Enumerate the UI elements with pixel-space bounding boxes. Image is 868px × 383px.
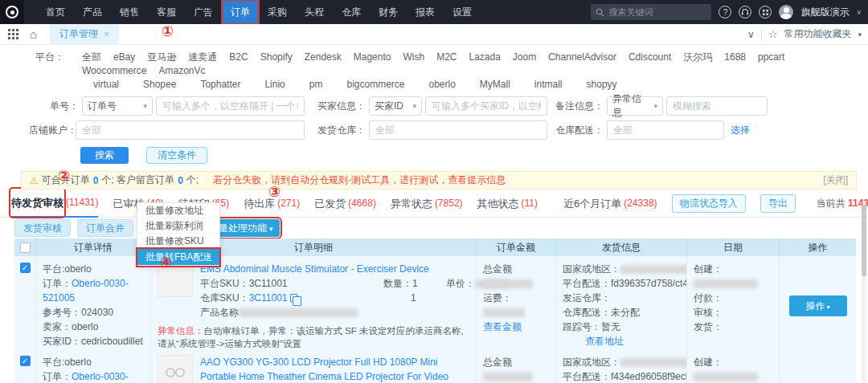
ship-audit-button[interactable]: 发货审核 [14, 219, 71, 237]
view-address-link[interactable]: 查看地址 [585, 334, 680, 348]
platform-option[interactable]: bigcommerce [346, 78, 404, 92]
platform-option[interactable]: intmall [534, 78, 563, 92]
vertical-scrollbar[interactable] [862, 204, 866, 383]
order-no-type-select[interactable]: 订单号▾ [82, 96, 153, 116]
status-tab-pending-audit[interactable]: 待发货审核(11431) [11, 189, 98, 218]
platform-option[interactable]: pm [309, 78, 323, 92]
user-avatar[interactable] [779, 5, 793, 19]
platform-option[interactable]: 1688 [724, 51, 746, 64]
menu-item-batch-edit-sku[interactable]: 批量修改SKU [137, 234, 219, 249]
product-title-link[interactable]: AAO YG300 YG-300 LCD Projector Full HD 1… [200, 355, 473, 383]
global-search[interactable] [591, 4, 711, 20]
nav-item-home[interactable]: 首页 [37, 0, 74, 24]
warehouse-sku-link[interactable]: 3C11001 [249, 292, 288, 304]
platform-option[interactable]: MyMall [480, 78, 510, 92]
row-checkbox[interactable]: ✓ [20, 356, 31, 366]
ship-warehouse-input[interactable] [369, 120, 547, 140]
apps-grid-icon[interactable] [8, 29, 18, 39]
nav-item-firstleg[interactable]: 头程 [296, 0, 333, 24]
remark-type-select[interactable]: 异常信息▾ [607, 96, 663, 116]
nav-item-products[interactable]: 产品 [74, 0, 111, 24]
logistics-import-button[interactable]: 物流状态导入 [672, 194, 746, 213]
nav-item-purchase[interactable]: 采购 [259, 0, 296, 24]
col-actions: 操作 [780, 238, 856, 256]
platform-option[interactable]: oberlo [429, 78, 456, 92]
platform-option[interactable]: Shopify [260, 51, 293, 64]
qrcode-icon[interactable] [759, 6, 772, 18]
platform-option[interactable]: 亚马逊 [147, 51, 176, 64]
platform-option[interactable]: Wish [403, 51, 424, 64]
favorites-star-icon[interactable]: ☆ [768, 28, 778, 40]
tab-close-icon[interactable]: × [104, 29, 109, 40]
platform-option[interactable]: Woocommerce [82, 64, 146, 78]
order-no-input[interactable] [156, 96, 305, 116]
buyer-input[interactable] [425, 96, 547, 116]
platform-option[interactable]: Linio [264, 78, 285, 92]
clear-conditions-button[interactable]: 清空条件 [146, 147, 207, 164]
nav-item-warehouse[interactable]: 仓库 [333, 0, 370, 24]
collapse-chevron-icon[interactable]: ∨ [747, 29, 755, 40]
row-action-button[interactable]: 操作▾ [789, 295, 847, 316]
platform-option[interactable]: 沃尔玛 [683, 51, 712, 64]
app-logo-icon[interactable] [0, 0, 24, 24]
favorites-caret-icon[interactable]: ▾ [858, 31, 862, 39]
status-tab-6months[interactable]: 近6个月订单(24338) [563, 189, 657, 218]
buyer-type-select[interactable]: 买家ID▾ [369, 96, 422, 116]
favorites-label[interactable]: 常用功能收藏夹 [784, 27, 851, 41]
nav-item-ads[interactable]: 广告 [185, 0, 222, 24]
scrollbar-thumb[interactable] [862, 204, 866, 276]
notice-close-link[interactable]: [关闭] [823, 173, 848, 187]
row-checkbox[interactable]: ✓ [20, 263, 31, 273]
status-tab-other[interactable]: 其他状态(11) [477, 189, 538, 218]
platform-option[interactable]: M2C [436, 51, 457, 64]
platform-option[interactable]: Cdiscount [628, 51, 671, 64]
nav-item-finance[interactable]: 财务 [370, 0, 407, 24]
tab-order-management[interactable]: 订单管理 × [50, 24, 119, 45]
platform-option[interactable]: B2C [229, 51, 248, 64]
nav-item-service[interactable]: 客服 [148, 0, 185, 24]
product-title-link[interactable]: EMS Abdominal Muscle Stimulator - Exerci… [200, 262, 473, 276]
select-all-checkbox[interactable] [20, 242, 31, 253]
global-search-input[interactable] [608, 7, 705, 17]
status-tab-shipped[interactable]: 已发货(4668) [314, 189, 376, 218]
platform-option[interactable]: ChannelAdvisor [548, 51, 616, 64]
shop-account-input[interactable] [76, 120, 305, 140]
choose-link[interactable]: 选择 [731, 124, 750, 137]
export-button[interactable]: 导出 [760, 194, 796, 213]
platform-option[interactable]: Shopee [143, 78, 176, 92]
platform-option[interactable]: shopyy [587, 78, 617, 92]
order-merge-button[interactable]: 订单合并 [77, 219, 133, 237]
platform-option[interactable]: Joom [513, 51, 536, 64]
platform-option[interactable]: Lazada [469, 51, 500, 64]
copy-icon[interactable] [290, 294, 297, 302]
platform-option[interactable]: Tophatter [200, 78, 240, 92]
split-warning-text[interactable]: 若分仓失败，请到自动分仓规则-测试工具，进行测试，查看提示信息 [213, 173, 506, 187]
platform-option[interactable]: Magento [354, 51, 391, 64]
user-menu-caret-icon[interactable]: ∨ [856, 8, 862, 16]
platform-option[interactable]: Zendesk [305, 51, 342, 64]
warehouse-delivery-input[interactable] [607, 120, 724, 140]
view-amount-link[interactable]: 查看金额 [483, 320, 549, 334]
home-icon[interactable]: ⌂ [30, 27, 37, 41]
nav-item-sales[interactable]: 销售 [111, 0, 148, 24]
nav-item-reports[interactable]: 报表 [407, 0, 444, 24]
platform-option[interactable]: 速卖通 [188, 51, 217, 64]
status-tab-abnormal[interactable]: 异常状态(7852) [391, 189, 463, 218]
search-button[interactable]: 搜索 [80, 147, 129, 164]
remark-input[interactable] [666, 96, 768, 116]
platform-option[interactable]: 全部 [82, 51, 101, 64]
order-details-cell: 平台:oberlo 订单：Oberlo-0030-520980 参考号：0240… [36, 349, 151, 383]
nav-item-orders[interactable]: 订单 [222, 0, 259, 24]
help-icon[interactable]: ? [719, 6, 731, 18]
menu-item-batch-edit-address[interactable]: 批量修改地址 [137, 203, 219, 218]
platform-option[interactable]: AmazonVc [158, 64, 205, 78]
platform-option[interactable]: eBay [113, 51, 135, 64]
headset-icon[interactable] [739, 6, 751, 18]
nav-item-settings[interactable]: 设置 [444, 0, 481, 24]
menu-item-batch-refresh-profit[interactable]: 批量刷新利润 [137, 218, 219, 234]
platform-option[interactable]: ppcart [758, 51, 784, 64]
date-cell: 创建： 付款： 审核： 发货： [687, 256, 780, 357]
menu-item-batch-to-fba[interactable]: 批量转FBA配送 [137, 249, 219, 266]
user-name[interactable]: 旗舰版演示 [800, 6, 849, 19]
platform-option[interactable]: virtual [93, 78, 119, 92]
